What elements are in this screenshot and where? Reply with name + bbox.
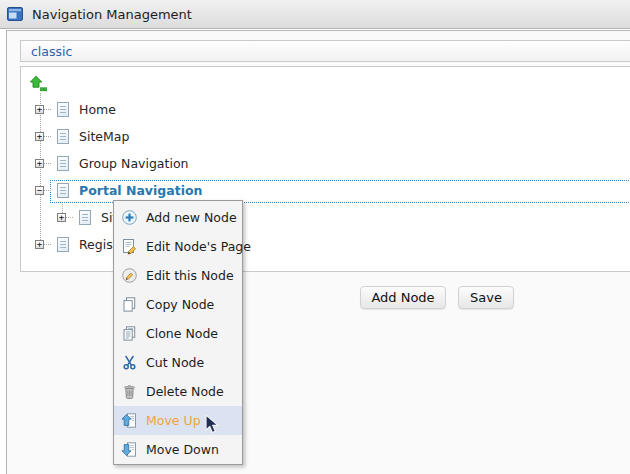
navigation-style-label: classic	[31, 44, 72, 59]
menu-item-label: Copy Node	[146, 297, 214, 312]
move-down-icon	[121, 441, 138, 458]
tree-node-label[interactable]: SiteMap	[79, 129, 129, 144]
document-icon	[57, 156, 69, 171]
window-title: Navigation Management	[32, 7, 192, 22]
add-node-icon	[121, 209, 138, 226]
tree-node-group-navigation[interactable]: + Group Navigation	[35, 152, 188, 174]
menu-item-add-new-node[interactable]: Add new Node	[114, 203, 242, 232]
document-icon	[57, 129, 69, 144]
tree-node-label[interactable]: Regis	[79, 237, 113, 252]
menu-item-copy-node[interactable]: Copy Node	[114, 290, 242, 319]
mouse-cursor	[205, 414, 219, 435]
tree-connector	[44, 190, 51, 191]
menu-item-label: Cut Node	[146, 355, 204, 370]
expand-toggle-icon[interactable]: +	[35, 105, 44, 114]
edit-page-icon	[121, 238, 138, 255]
menu-item-move-up[interactable]: Move Up	[114, 406, 242, 435]
clone-icon	[121, 325, 138, 342]
window-layout-icon	[7, 6, 23, 22]
menu-item-label: Edit Node's Page	[146, 239, 251, 254]
menu-item-label: Move Down	[146, 442, 219, 457]
tree-node-home[interactable]: + Home	[35, 98, 116, 120]
tree-connector	[44, 136, 51, 137]
menu-item-cut-node[interactable]: Cut Node	[114, 348, 242, 377]
menu-item-edit-nodes-page[interactable]: Edit Node's Page	[114, 232, 242, 261]
tree-connector	[66, 217, 73, 218]
tree-node-register[interactable]: + Regis	[35, 233, 113, 255]
menu-item-move-down[interactable]: Move Down	[114, 435, 242, 464]
window-titlebar: Navigation Management	[0, 0, 630, 29]
tree-node-label[interactable]: Group Navigation	[79, 156, 188, 171]
menu-item-label: Edit this Node	[146, 268, 234, 283]
move-up-level-icon[interactable]	[30, 75, 47, 92]
tree-connector	[44, 109, 51, 110]
menu-item-edit-this-node[interactable]: Edit this Node	[114, 261, 242, 290]
menu-item-label: Clone Node	[146, 326, 218, 341]
menu-item-label: Delete Node	[146, 384, 224, 399]
copy-icon	[121, 296, 138, 313]
tree-node-label[interactable]: Home	[79, 102, 116, 117]
add-node-button[interactable]: Add Node	[360, 286, 446, 309]
expand-toggle-icon[interactable]: +	[35, 240, 44, 249]
tree-node-label[interactable]: Portal Navigation	[79, 183, 202, 198]
expand-toggle-icon[interactable]: +	[57, 213, 66, 222]
menu-item-label: Move Up	[146, 413, 201, 428]
navigation-style-bar[interactable]: classic	[20, 40, 630, 62]
tree-node-portal-navigation[interactable]: − Portal Navigation	[35, 179, 202, 201]
document-icon	[57, 102, 69, 117]
tree-connector	[44, 163, 51, 164]
document-icon	[57, 183, 69, 198]
expand-toggle-icon[interactable]: +	[35, 159, 44, 168]
node-context-menu: Add new Node Edit Node's Page Edit this …	[113, 200, 243, 465]
navigation-management-window: Navigation Management classic + Home + S…	[0, 0, 630, 474]
trash-icon	[121, 383, 138, 400]
document-icon	[57, 237, 69, 252]
tree-node-sitemap[interactable]: + SiteMap	[35, 125, 129, 147]
edit-node-icon	[121, 267, 138, 284]
expand-toggle-icon[interactable]: +	[35, 132, 44, 141]
tree-node-site-child[interactable]: + Sit	[57, 206, 117, 228]
move-up-icon	[121, 412, 138, 429]
document-icon	[79, 210, 91, 225]
collapse-toggle-icon[interactable]: −	[35, 186, 44, 195]
scissors-icon	[121, 354, 138, 371]
menu-item-label: Add new Node	[146, 210, 237, 225]
menu-item-clone-node[interactable]: Clone Node	[114, 319, 242, 348]
save-button[interactable]: Save	[458, 286, 514, 309]
menu-item-delete-node[interactable]: Delete Node	[114, 377, 242, 406]
tree-connector	[44, 244, 51, 245]
